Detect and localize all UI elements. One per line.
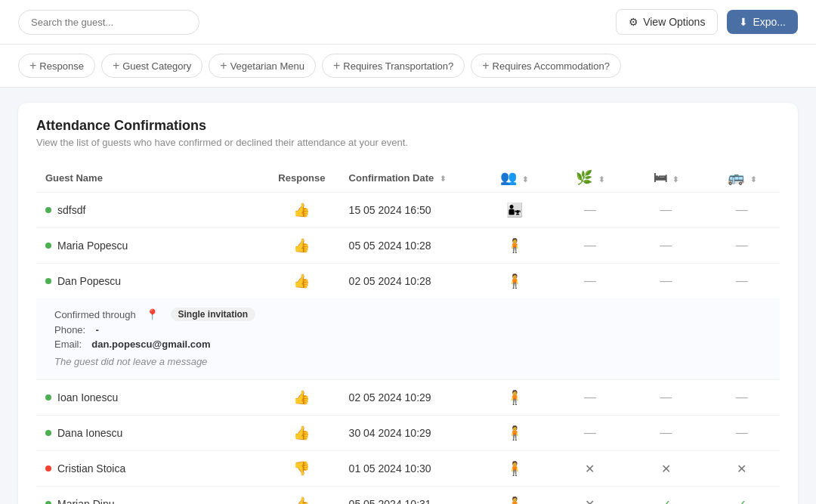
check-icon: ✓ bbox=[661, 498, 671, 505]
card-subtitle: View the list of guests who have confirm… bbox=[36, 137, 780, 148]
accom-cell: ✕ bbox=[628, 451, 703, 487]
search-input[interactable] bbox=[18, 10, 199, 35]
single-invitation-badge: Single invitation bbox=[171, 308, 256, 321]
guest-name-cell: Cristian Stoica bbox=[36, 451, 264, 487]
detail-cell: Confirmed through 📍 Single invitation Ph… bbox=[36, 298, 780, 380]
guest-category-cell: 🧍 bbox=[476, 451, 552, 487]
col-header-vegetarian[interactable]: 🌿 ⬍ bbox=[552, 163, 628, 193]
accom-cell: — bbox=[628, 380, 703, 416]
phone-line: Phone: - bbox=[54, 324, 762, 335]
bus-icon: 🚌 bbox=[728, 170, 744, 185]
thumbup-icon: 👍 bbox=[293, 203, 310, 218]
detail-row: Confirmed through 📍 Single invitation Ph… bbox=[36, 298, 780, 380]
cross-icon: ✕ bbox=[585, 498, 595, 505]
plus-icon: + bbox=[113, 59, 119, 73]
dash-icon: — bbox=[584, 239, 596, 252]
filter-btn-response[interactable]: + Response bbox=[18, 54, 95, 78]
accom-cell: — bbox=[628, 228, 703, 264]
date-cell: 30 04 2024 10:29 bbox=[340, 416, 477, 451]
sort-icon-trans: ⬍ bbox=[750, 175, 756, 184]
view-options-button[interactable]: ⚙ View Options bbox=[616, 9, 718, 35]
guest-name-cell: Dana Ionescu bbox=[36, 416, 264, 451]
col-header-guest-name: Guest Name bbox=[36, 163, 264, 193]
trans-cell: — bbox=[704, 380, 780, 416]
card-title: Attendance Confirmations bbox=[36, 118, 780, 134]
trans-cell: ✕ bbox=[704, 451, 780, 487]
trans-cell: — bbox=[704, 228, 780, 264]
guest-name: Dana Ionescu bbox=[57, 427, 122, 439]
accom-cell: ✓ bbox=[628, 487, 703, 505]
table-row[interactable]: Cristian Stoica 👎 01 05 2024 10:30 🧍 ✕ ✕… bbox=[36, 451, 780, 487]
thumbup-icon: 👍 bbox=[293, 274, 310, 289]
veg-cell: — bbox=[552, 264, 628, 299]
confirmed-through-line: Confirmed through 📍 Single invitation bbox=[54, 308, 762, 321]
export-label: Expo... bbox=[753, 16, 786, 28]
bed-icon: 🛏 bbox=[654, 170, 667, 185]
table-row[interactable]: Ioan Ionescu 👍 02 05 2024 10:29 🧍 — — — bbox=[36, 380, 780, 416]
thumbup-icon: 👍 bbox=[293, 425, 310, 441]
group-icon: 👥 bbox=[500, 170, 517, 185]
table-row[interactable]: sdfsdf 👍 15 05 2024 16:50 👨‍👧 — — — bbox=[36, 193, 780, 228]
veg-cell: — bbox=[552, 380, 628, 416]
trans-cell: — bbox=[704, 264, 780, 299]
email-value: dan.popescu@gmail.com bbox=[91, 339, 210, 350]
response-cell: 👍 bbox=[264, 487, 339, 505]
sliders-icon: ⚙ bbox=[629, 16, 638, 28]
cross-icon: ✕ bbox=[661, 462, 671, 475]
col-header-accommodation[interactable]: 🛏 ⬍ bbox=[628, 163, 703, 193]
sort-icon-cat: ⬍ bbox=[522, 175, 528, 184]
status-dot bbox=[45, 243, 51, 249]
table-row[interactable]: Dana Ionescu 👍 30 04 2024 10:29 🧍 — — — bbox=[36, 416, 780, 451]
veg-cell: — bbox=[552, 228, 628, 264]
response-cell: 👍 bbox=[264, 228, 339, 264]
plus-icon: + bbox=[333, 59, 340, 73]
dash-icon: — bbox=[660, 274, 672, 287]
guest-category-cell: 🧍 bbox=[476, 416, 552, 451]
guest-name: Ioan Ionescu bbox=[57, 391, 118, 404]
date-cell: 02 05 2024 10:29 bbox=[340, 380, 477, 416]
guest-name: sdfsdf bbox=[57, 204, 85, 216]
thumbup-icon: 👍 bbox=[293, 238, 310, 253]
leaf-icon: 🌿 bbox=[576, 170, 592, 185]
col-header-confirmation-date[interactable]: Confirmation Date ⬍ bbox=[340, 163, 477, 193]
filter-btn-guest_category[interactable]: + Guest Category bbox=[101, 54, 202, 78]
veg-cell: — bbox=[552, 416, 628, 451]
table-row[interactable]: Marian Dinu 👍 05 05 2024 10:31 🧍 ✕ ✓ ✓ bbox=[36, 487, 780, 505]
col-header-guest-category[interactable]: 👥 ⬍ bbox=[476, 163, 552, 193]
response-cell: 👍 bbox=[264, 264, 339, 299]
trans-cell: ✓ bbox=[704, 487, 780, 505]
dash-icon: — bbox=[736, 274, 748, 287]
filter-btn-requires_accommodation[interactable]: + Requires Accommodation? bbox=[471, 54, 621, 78]
dash-icon: — bbox=[584, 203, 596, 216]
dash-icon: — bbox=[584, 426, 596, 439]
col-header-transportation[interactable]: 🚌 ⬍ bbox=[704, 163, 780, 193]
filter-btn-vegetarian_menu[interactable]: + Vegetarian Menu bbox=[209, 54, 316, 78]
status-dot bbox=[45, 278, 51, 284]
guest-name-cell: Maria Popescu bbox=[36, 228, 264, 264]
dash-icon: — bbox=[736, 426, 748, 439]
status-dot bbox=[45, 207, 51, 213]
thumbup-icon: 👍 bbox=[293, 496, 310, 504]
table-row[interactable]: Maria Popescu 👍 05 05 2024 10:28 🧍 — — — bbox=[36, 228, 780, 264]
guest-name: Cristian Stoica bbox=[57, 462, 125, 475]
guest-name-cell: Dan Popescu bbox=[36, 264, 264, 299]
table-row[interactable]: Dan Popescu 👍 02 05 2024 10:28 🧍 — — — bbox=[36, 264, 780, 299]
response-cell: 👍 bbox=[264, 416, 339, 451]
adult-icon: 🧍 bbox=[506, 496, 523, 504]
guest-name-cell: Ioan Ionescu bbox=[36, 380, 264, 416]
guests-table: Guest Name Response Confirmation Date ⬍ … bbox=[36, 163, 780, 504]
no-message-text: The guest did not leave a message bbox=[54, 356, 762, 367]
dash-icon: — bbox=[584, 391, 596, 404]
thumbup-icon: 👍 bbox=[293, 390, 310, 405]
filter-btn-requires_transportation[interactable]: + Requires Transportation? bbox=[322, 54, 465, 78]
export-button[interactable]: ⬇ Expo... bbox=[727, 10, 798, 34]
download-icon: ⬇ bbox=[739, 16, 748, 28]
status-dot bbox=[45, 465, 51, 472]
plus-icon: + bbox=[482, 59, 489, 73]
guest-name: Marian Dinu bbox=[57, 498, 114, 504]
attendance-card: Attendance Confirmations View the list o… bbox=[18, 103, 798, 504]
sort-icon-veg: ⬍ bbox=[598, 175, 604, 184]
adult-child-icon: 👨‍👧 bbox=[506, 203, 523, 218]
sort-icon: ⬍ bbox=[440, 175, 446, 183]
dash-icon: — bbox=[736, 391, 748, 404]
